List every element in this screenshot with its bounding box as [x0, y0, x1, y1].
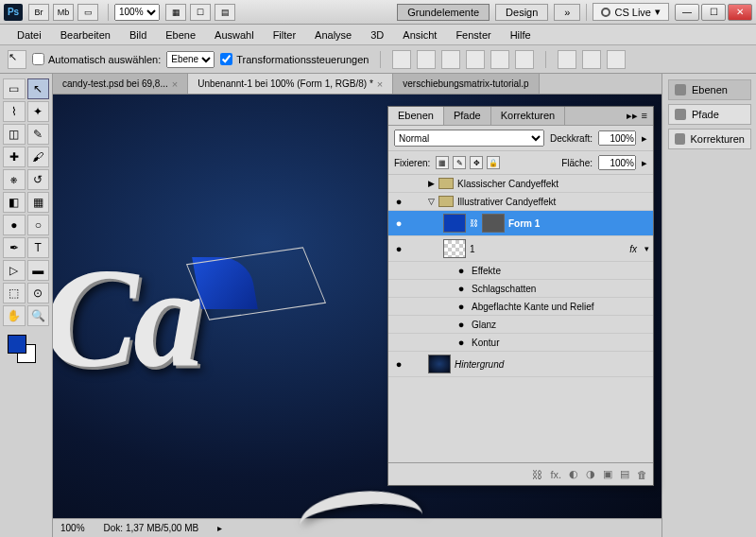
close-button[interactable]: ✕	[728, 4, 752, 21]
shape-tool[interactable]: ▬	[27, 260, 50, 281]
dock-pfade[interactable]: Pfade	[668, 104, 751, 125]
color-swatch[interactable]	[8, 335, 34, 361]
maximize-button[interactable]: ☐	[701, 4, 726, 21]
lock-position-icon[interactable]: ✥	[470, 156, 483, 169]
panel-tab-ebenen[interactable]: Ebenen	[388, 107, 444, 125]
stamp-tool[interactable]: ⎈	[3, 169, 26, 190]
hand-tool[interactable]: ✋	[3, 305, 26, 326]
workspace-more[interactable]: »	[554, 4, 580, 21]
disclosure-icon[interactable]: ▽	[428, 197, 435, 206]
visibility-icon[interactable]: ●	[392, 243, 405, 254]
menu-bearbeiten[interactable]: Bearbeiten	[51, 29, 120, 41]
layer-group-illustrativ[interactable]: ● ▽ Illustrativer Candyeffekt	[388, 193, 653, 211]
menu-fenster[interactable]: Fenster	[446, 29, 500, 41]
type-tool[interactable]: T	[27, 237, 50, 258]
zoom-tool[interactable]: 🔍	[27, 305, 50, 326]
disclosure-icon[interactable]: ▶	[428, 179, 435, 188]
new-layer-icon[interactable]: ▤	[620, 468, 629, 480]
zoom-field[interactable]: 100%	[60, 523, 85, 533]
cs-live-button[interactable]: CS Live▾	[593, 3, 669, 21]
blur-tool[interactable]: ●	[3, 215, 26, 235]
visibility-icon[interactable]: ●	[392, 196, 405, 207]
layer-thumbnail[interactable]	[443, 214, 466, 233]
close-tab-icon[interactable]: ×	[377, 78, 383, 90]
foreground-color[interactable]	[8, 335, 26, 354]
effect-glanz[interactable]: ●Glanz	[388, 316, 653, 334]
opacity-input[interactable]	[598, 130, 636, 146]
auto-select-checkbox[interactable]: Automatisch auswählen:	[32, 53, 161, 65]
doc-tab-1[interactable]: Unbenannt-1 bei 100% (Form 1, RGB/8) *×	[188, 74, 393, 94]
history-brush-tool[interactable]: ↺	[27, 169, 50, 190]
layer-thumbnail[interactable]	[443, 239, 466, 258]
align-hmid-icon[interactable]	[490, 50, 509, 69]
panel-tab-korrekturen[interactable]: Korrekturen	[491, 107, 565, 125]
distribute-icon-2[interactable]	[582, 50, 601, 69]
path-select-tool[interactable]: ▷	[3, 260, 26, 281]
wand-tool[interactable]: ✦	[27, 101, 50, 122]
gradient-tool[interactable]: ▦	[27, 192, 50, 213]
doc-tab-0[interactable]: candy-test.psd bei 69,8...×	[53, 74, 188, 94]
collapse-icon[interactable]: ▸▸	[627, 110, 638, 122]
opacity-flyout-icon[interactable]: ▸	[642, 132, 647, 145]
layer-thumbnail[interactable]	[428, 355, 451, 373]
lock-all-icon[interactable]: 🔒	[487, 156, 500, 169]
menu-3d[interactable]: 3D	[361, 29, 393, 41]
panel-menu-icon[interactable]: ≡	[642, 110, 647, 122]
workspace-design[interactable]: Design	[495, 4, 548, 21]
align-bottom-icon[interactable]	[441, 50, 460, 69]
adjustment-layer-icon[interactable]: ◑	[586, 468, 595, 480]
pen-tool[interactable]: ✒	[3, 237, 26, 258]
align-vmid-icon[interactable]	[417, 50, 436, 69]
eyedropper-tool[interactable]: ✎	[27, 124, 50, 145]
auto-select-target[interactable]: Ebene	[166, 51, 215, 68]
visibility-icon[interactable]: ●	[455, 265, 468, 276]
3d-camera-tool[interactable]: ⊙	[27, 283, 50, 303]
screen-mode-button[interactable]: ▭	[77, 4, 98, 21]
move-tool[interactable]: ↖	[27, 78, 50, 99]
visibility-icon[interactable]: ●	[455, 319, 468, 330]
minibridge-button[interactable]: Mb	[53, 4, 74, 21]
delete-layer-icon[interactable]: 🗑	[637, 469, 647, 480]
menu-analyse[interactable]: Analyse	[305, 29, 361, 41]
crop-tool[interactable]: ◫	[3, 124, 26, 145]
new-group-icon[interactable]: ▣	[603, 468, 612, 480]
dock-ebenen[interactable]: Ebenen	[668, 79, 751, 100]
effect-kontur[interactable]: ●Kontur	[388, 334, 653, 352]
visibility-icon[interactable]: ●	[392, 358, 405, 370]
layer-1[interactable]: ● 1 fx▾	[388, 236, 653, 262]
distribute-icon-3[interactable]	[607, 50, 626, 69]
bridge-button[interactable]: Br	[28, 4, 49, 21]
distribute-icon-1[interactable]	[558, 50, 576, 69]
heal-tool[interactable]: ✚	[3, 147, 26, 167]
grid-button[interactable]: ▤	[215, 4, 235, 21]
fill-flyout-icon[interactable]: ▸	[642, 157, 647, 169]
workspace-grundelemente[interactable]: Grundelemente	[397, 4, 490, 21]
doc-tab-2[interactable]: verschiebungsmatrix-tutorial.p	[393, 74, 539, 94]
visibility-icon[interactable]: ●	[455, 337, 468, 348]
marquee-tool[interactable]: ▭	[3, 78, 26, 99]
link-layers-icon[interactable]: ⛓	[532, 469, 542, 480]
align-left-icon[interactable]	[466, 50, 485, 69]
lock-pixels-icon[interactable]: ▦	[436, 156, 449, 169]
dock-korrekturen[interactable]: Korrekturen	[668, 129, 751, 149]
visibility-icon[interactable]: ●	[455, 301, 468, 312]
brush-tool[interactable]: 🖌	[27, 147, 50, 167]
view-extras-button[interactable]: ▦	[165, 4, 186, 21]
effect-schlagschatten[interactable]: ●Schlagschatten	[388, 280, 653, 298]
mask-thumbnail[interactable]	[482, 214, 505, 233]
transform-controls-checkbox[interactable]: Transformationssteuerungen	[220, 53, 369, 65]
doc-size[interactable]: Dok: 1,37 MB/5,00 MB	[104, 523, 199, 533]
align-right-icon[interactable]	[515, 50, 534, 69]
menu-datei[interactable]: Datei	[8, 29, 51, 41]
menu-ansicht[interactable]: Ansicht	[393, 29, 446, 41]
zoom-select[interactable]: 100%	[114, 4, 160, 21]
menu-bild[interactable]: Bild	[120, 29, 156, 41]
arrange-button[interactable]: ☐	[190, 4, 211, 21]
layer-mask-icon[interactable]: ◐	[569, 468, 578, 480]
effects-header[interactable]: ● Effekte	[388, 262, 653, 280]
visibility-icon[interactable]: ●	[455, 283, 468, 294]
layer-style-icon[interactable]: fx.	[550, 469, 561, 480]
lock-paint-icon[interactable]: ✎	[453, 156, 466, 169]
menu-ebene[interactable]: Ebene	[156, 29, 205, 41]
menu-filter[interactable]: Filter	[264, 29, 305, 41]
